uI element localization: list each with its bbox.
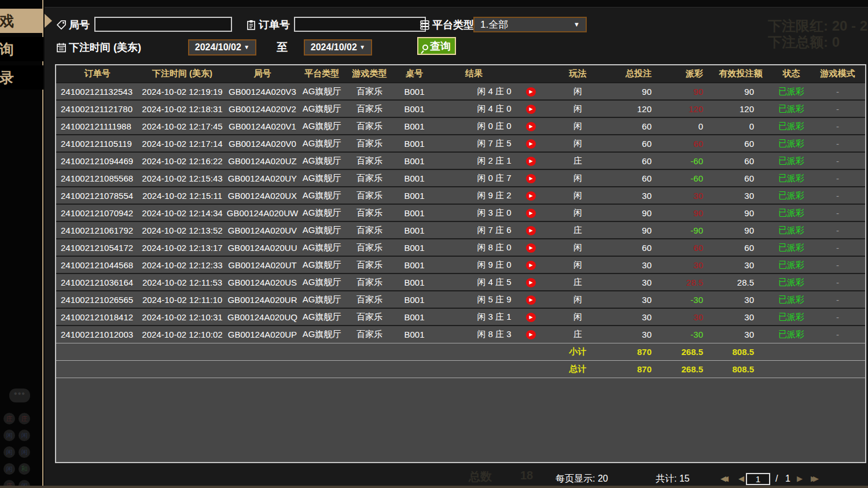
cell-order: 241002121111988 <box>56 117 138 135</box>
cell-result: 闲 3 庄 0▶ <box>435 204 550 221</box>
cell-platform: AG旗舰厅 <box>299 117 345 135</box>
cell-status: 已派彩 <box>773 187 810 204</box>
order-no-label: 订单号 <box>259 17 290 32</box>
replay-play-icon[interactable]: ▶ <box>526 157 536 166</box>
table-row[interactable]: 2410021211325432024-10-02 12:19:19GB0012… <box>56 83 865 100</box>
replay-play-icon[interactable]: ▶ <box>526 122 536 131</box>
table-row[interactable]: 2410021210120032024-10-02 12:10:02GB0012… <box>56 326 865 343</box>
cell-valid-bet: 30 <box>709 291 773 308</box>
replay-play-icon[interactable]: ▶ <box>526 278 536 287</box>
total-payout: 268.5 <box>657 360 709 378</box>
table-row[interactable]: 2410021211119882024-10-02 12:17:45GB0012… <box>56 117 865 135</box>
cell-table-no: B001 <box>394 256 435 273</box>
replay-play-icon[interactable]: ▶ <box>526 139 536 149</box>
cell-result: 闲 0 庄 7▶ <box>435 169 550 187</box>
replay-play-icon[interactable]: ▶ <box>526 243 536 253</box>
cell-result: 闲 2 庄 1▶ <box>435 152 550 169</box>
cell-order: 241002121105119 <box>56 135 138 152</box>
table-row[interactable]: 2410021210265652024-10-02 12:11:10GB0012… <box>56 291 865 308</box>
replay-play-icon[interactable]: ▶ <box>526 295 536 305</box>
cell-game-type: 百家乐 <box>345 152 394 169</box>
total-count-label: 共计: 15 <box>656 467 690 488</box>
cell-payout: 30 <box>657 187 709 204</box>
cell-total-bet: 30 <box>605 273 657 291</box>
cell-platform: AG旗舰厅 <box>299 187 345 204</box>
replay-play-icon[interactable]: ▶ <box>526 87 536 97</box>
search-button[interactable]: 查询 <box>417 37 456 55</box>
subtotal-label: 小计 <box>550 343 605 360</box>
cell-platform: AG旗舰厅 <box>299 326 345 343</box>
first-page-button[interactable]: ◀◀ <box>720 467 725 488</box>
table-row[interactable]: 2410021210541722024-10-02 12:13:17GB0012… <box>56 239 865 256</box>
replay-play-icon[interactable]: ▶ <box>526 209 536 218</box>
cell-payout: 120 <box>657 100 709 117</box>
col-header-game-type: 游戏类型 <box>345 65 394 83</box>
replay-play-icon[interactable]: ▶ <box>526 174 536 183</box>
round-no-input[interactable] <box>94 17 232 32</box>
subtotal-total-bet: 870 <box>605 343 657 360</box>
cell-status: 已派彩 <box>773 169 810 187</box>
cell-play: 闲 <box>550 100 605 117</box>
replay-play-icon[interactable]: ▶ <box>526 105 536 114</box>
cell-total-bet: 90 <box>605 83 657 100</box>
main-panel: 下注限红: 20 - 200,0 下注总额: 0 总数 18 局号 订单号 平台… <box>45 7 868 488</box>
cell-bet-time: 2024-10-02 12:10:31 <box>138 308 226 326</box>
replay-play-icon[interactable]: ▶ <box>526 226 536 235</box>
cell-status: 已派彩 <box>773 256 810 273</box>
cell-valid-bet: 28.5 <box>709 273 773 291</box>
table-row[interactable]: 2410021210184122024-10-02 12:10:31GB0012… <box>56 308 865 326</box>
order-no-input[interactable] <box>294 17 426 32</box>
table-row[interactable]: 2410021211217802024-10-02 12:18:31GB0012… <box>56 100 865 117</box>
cell-payout: -60 <box>657 152 709 169</box>
replay-play-icon[interactable]: ▶ <box>526 313 536 322</box>
page-number-input[interactable] <box>746 473 770 485</box>
cell-bet-time: 2024-10-02 12:10:02 <box>138 326 226 343</box>
sidebar-item-query[interactable]: 询 <box>0 37 43 61</box>
last-page-button[interactable]: ▶▶ <box>811 467 815 488</box>
table-row[interactable]: 2410021210709422024-10-02 12:14:34GB0012… <box>56 204 865 221</box>
table-row[interactable]: 2410021210855682024-10-02 12:15:43GB0012… <box>56 169 865 187</box>
cell-result: 闲 9 庄 0▶ <box>435 256 550 273</box>
cell-bet-time: 2024-10-02 12:14:34 <box>138 204 226 221</box>
date-from-picker[interactable]: 2024/10/02 ▼ <box>188 39 256 56</box>
cell-game-mode: - <box>810 204 865 221</box>
table-row[interactable]: 2410021210361642024-10-02 12:11:53GB0012… <box>56 273 865 291</box>
platform-type-select[interactable]: 1.全部 ▼ <box>473 17 587 32</box>
replay-play-icon[interactable]: ▶ <box>526 191 536 201</box>
prev-page-button[interactable]: ◀ <box>738 467 741 488</box>
cell-game-mode: - <box>810 83 865 100</box>
platform-type-label: 平台类型 <box>432 17 474 32</box>
cell-game-mode: - <box>810 100 865 117</box>
table-row[interactable]: 2410021210785542024-10-02 12:15:11GB0012… <box>56 187 865 204</box>
cell-payout: 60 <box>657 135 709 152</box>
cell-platform: AG旗舰厅 <box>299 100 345 117</box>
cell-play: 闲 <box>550 256 605 273</box>
cell-valid-bet: 90 <box>709 83 773 100</box>
cell-game-mode: - <box>810 135 865 152</box>
cell-play: 闲 <box>550 135 605 152</box>
sidebar-item-label: 戏 <box>0 9 14 33</box>
replay-play-icon[interactable]: ▶ <box>526 330 536 339</box>
faint-chip: 庄 <box>3 413 15 424</box>
sidebar-item-game[interactable]: 戏 <box>0 9 43 33</box>
table-row[interactable]: 2410021210617922024-10-02 12:13:52GB0012… <box>56 221 865 239</box>
replay-play-icon[interactable]: ▶ <box>526 261 536 270</box>
table-row[interactable]: 2410021210944692024-10-02 12:16:22GB0012… <box>56 152 865 169</box>
date-range-to-label: 至 <box>277 39 288 56</box>
date-to-picker[interactable]: 2024/10/02 ▼ <box>304 39 372 56</box>
cell-result: 闲 8 庄 3▶ <box>435 326 550 343</box>
cell-platform: AG旗舰厅 <box>299 273 345 291</box>
cell-order: 241002121121780 <box>56 100 138 117</box>
next-page-button[interactable]: ▶ <box>797 467 799 488</box>
pagination-bar: 每页显示: 20 共计: 15 ◀◀ ◀ / 1 ▶ ▶▶ <box>45 467 868 488</box>
sidebar-item-label: 录 <box>0 65 14 90</box>
cell-order: 241002121070942 <box>56 204 138 221</box>
cell-total-bet: 60 <box>605 135 657 152</box>
cell-game-type: 百家乐 <box>345 100 394 117</box>
cell-round: GB00124A020UR <box>226 291 299 308</box>
table-row[interactable]: 2410021210445682024-10-02 12:12:33GB0012… <box>56 256 865 273</box>
sidebar-item-records[interactable]: 录 <box>0 65 43 90</box>
table-row[interactable]: 2410021211051192024-10-02 12:17:14GB0012… <box>56 135 865 152</box>
cell-total-bet: 30 <box>605 256 657 273</box>
cell-table-no: B001 <box>394 239 435 256</box>
